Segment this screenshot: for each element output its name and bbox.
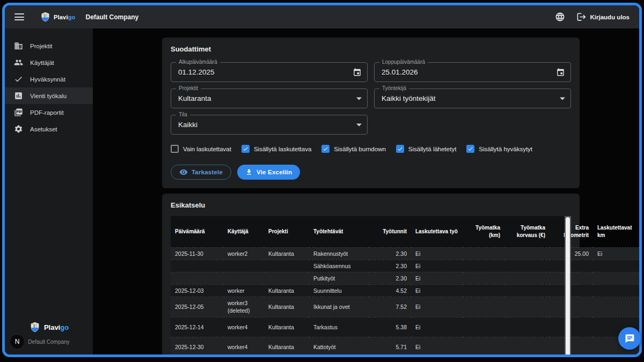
sidebar-item-kayttajat[interactable]: Käyttäjät <box>5 54 93 71</box>
column-header: Työtunnit <box>369 216 411 247</box>
calendar-icon[interactable] <box>556 68 565 77</box>
logout-button[interactable]: Kirjaudu ulos <box>576 12 630 22</box>
table-cell <box>463 247 504 260</box>
table-cell: 25.00 <box>550 247 593 260</box>
plavigo-logo-icon <box>40 11 51 23</box>
building-icon <box>14 41 23 50</box>
sidebar: Projektit Käyttäjät Hyväksynnät Vienti t… <box>5 28 93 354</box>
table-cell: Ikkunat ja ovet <box>309 297 369 317</box>
table-cell: Kultaranta <box>264 317 309 337</box>
table-cell <box>550 260 593 272</box>
field-label: Työntekijä <box>379 85 409 91</box>
table-cell: Ei <box>411 272 463 284</box>
sidebar-item-pdf-raportit[interactable]: PDF-raportit <box>5 104 93 121</box>
checkbox-box <box>321 145 330 153</box>
sidebar-item-projektit[interactable]: Projektit <box>5 38 93 54</box>
table-cell <box>504 260 550 272</box>
sidebar-item-hyvaksynnat[interactable]: Hyväksynnät <box>5 71 93 87</box>
footer-brand-name: Plavigo <box>44 323 69 331</box>
vertical-scrollbar[interactable] <box>565 216 571 354</box>
table-cell: Ei <box>411 337 463 354</box>
filters-title: Suodattimet <box>171 45 571 53</box>
export-excel-button[interactable]: Vie Exceliin <box>237 165 300 180</box>
table-cell <box>171 260 223 272</box>
avatar-badge[interactable]: N <box>10 335 24 349</box>
end-date-field[interactable]: Loppupäivämäärä 25.01.2026 <box>374 62 571 82</box>
table-cell: Kultaranta <box>264 337 309 354</box>
scrollbar-thumb[interactable] <box>566 217 570 354</box>
table-cell <box>223 260 264 272</box>
column-header: Käyttäjä <box>223 216 264 247</box>
table-cell: Ei <box>411 317 463 337</box>
table-cell <box>504 272 550 284</box>
download-icon <box>245 168 253 176</box>
bar-chart-icon <box>14 91 23 100</box>
sidebar-item-vienti-tyokalu[interactable]: Vienti työkalu <box>5 87 93 104</box>
checkbox-label: Vain laskutettavat <box>183 146 231 152</box>
table-cell: Kattotyöt <box>309 337 369 354</box>
sidebar-item-asetukset[interactable]: Asetukset <box>5 121 93 137</box>
eye-icon <box>179 168 188 176</box>
table-cell: worker3 (deleted) <box>223 297 264 317</box>
table-cell: Putkityöt <box>309 272 369 284</box>
table-cell <box>593 272 639 284</box>
field-label: Loppupäivämäärä <box>379 59 428 65</box>
table-cell: worker4 <box>223 337 264 354</box>
column-header: Projekti <box>264 216 309 247</box>
preview-button-label: Tarkastele <box>192 169 223 175</box>
menu-icon[interactable] <box>14 13 24 20</box>
table-cell: Kultaranta <box>264 297 309 317</box>
checkbox-sisallyta-laskutettava[interactable]: Sisällytä laskutettava <box>241 145 311 153</box>
table-cell <box>463 272 504 284</box>
table-cell: Kultaranta <box>264 247 309 260</box>
table-cell: Ei <box>593 247 639 260</box>
table-cell <box>264 272 309 284</box>
logout-label: Kirjaudu ulos <box>590 14 630 20</box>
table-cell <box>223 272 264 284</box>
projects-select[interactable]: Projektit Kultaranta <box>171 88 368 108</box>
table-cell: 2025-12-03 <box>171 285 223 297</box>
checkbox-vain-laskutettavat[interactable]: Vain laskutettavat <box>171 145 231 153</box>
checkbox-label: Sisällytä hyväksytyt <box>479 146 532 152</box>
brand-logo: Plavigo <box>40 11 76 23</box>
checkbox-label: Sisällytä lähetetyt <box>408 146 457 152</box>
column-header: Extra Kilometrit <box>550 216 593 247</box>
table-cell <box>550 317 593 337</box>
field-label: Tila <box>176 112 190 117</box>
checkbox-sisallyta-burndown[interactable]: Sisällytä burndown <box>321 145 386 153</box>
start-date-field[interactable]: Alkupäivämäärä 01.12.2025 <box>171 62 368 82</box>
status-select[interactable]: Tila Kaikki <box>171 115 368 135</box>
app-body: Projektit Käyttäjät Hyväksynnät Vienti t… <box>5 28 639 354</box>
checkbox-row: Vain laskutettavat Sisällytä laskutettav… <box>171 145 571 153</box>
field-value: 01.12.2025 <box>178 68 215 76</box>
sidebar-item-label: Vienti työkalu <box>30 93 67 99</box>
table-cell: 4.52 <box>369 285 411 297</box>
checkbox-sisallyta-hyvaksytyt[interactable]: Sisällytä hyväksytyt <box>466 145 532 153</box>
table-cell <box>504 337 550 354</box>
chevron-down-icon <box>356 97 362 100</box>
company-name: Default Company <box>86 13 139 21</box>
main-content: Suodattimet Alkupäivämäärä 01.12.2025 Lo… <box>93 28 639 354</box>
checkbox-sisallyta-lahetetyt[interactable]: Sisällytä lähetetyt <box>396 145 457 153</box>
checkbox-label: Sisällytä burndown <box>334 146 386 152</box>
preview-card: Esikatselu PäivämääräKäyttäjäProjektiTyö… <box>162 194 580 354</box>
sidebar-item-label: Hyväksynnät <box>30 76 65 83</box>
field-value: Kultaranta <box>178 94 211 102</box>
preview-button[interactable]: Tarkastele <box>171 165 231 180</box>
table-cell <box>593 285 639 297</box>
employee-select[interactable]: Työntekijä Kaikki työntekijät <box>374 88 571 108</box>
table-cell: Ei <box>411 297 463 317</box>
table-cell <box>463 317 504 337</box>
table-cell: Ei <box>411 247 463 260</box>
field-label: Alkupäivämäärä <box>176 59 220 65</box>
sidebar-item-label: PDF-raportit <box>30 109 64 116</box>
language-globe-icon[interactable] <box>555 12 565 22</box>
chat-icon <box>625 334 635 344</box>
filters-card: Suodattimet Alkupäivämäärä 01.12.2025 Lo… <box>162 38 580 188</box>
calendar-icon[interactable] <box>353 68 362 77</box>
table-cell <box>504 297 550 317</box>
pdf-icon <box>14 108 23 117</box>
chat-fab-button[interactable] <box>618 327 641 350</box>
chevron-down-icon <box>356 123 362 126</box>
table-cell: worker <box>223 285 264 297</box>
